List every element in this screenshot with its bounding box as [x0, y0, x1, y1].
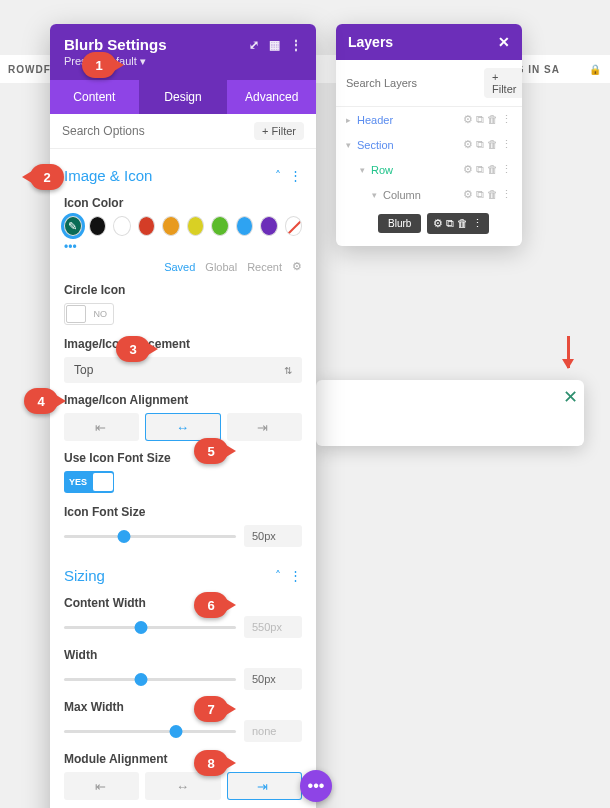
color-swatch[interactable] [113, 216, 131, 236]
callout-2: 2 [30, 164, 64, 190]
align-right-button[interactable] [227, 413, 302, 441]
slider-track[interactable] [64, 678, 236, 681]
expand-icon[interactable]: ⤢ [249, 38, 259, 52]
floating-popup: ✕ [316, 380, 584, 446]
color-swatch[interactable] [211, 216, 229, 236]
icon-color-label: Icon Color [64, 196, 302, 210]
fab-more-button[interactable]: ••• [300, 770, 332, 802]
layer-action-icons[interactable]: ⚙ ⧉ 🗑 ⋮ [463, 138, 512, 151]
color-swatch-none[interactable] [285, 216, 303, 236]
layer-label: Row [371, 164, 393, 176]
layers-panel: Layers ✕ + Filter ▸ Header ⚙ ⧉ 🗑 ⋮ ▾ Sec… [336, 24, 522, 246]
use-icon-font-size-toggle[interactable]: YES [64, 471, 114, 493]
tab-advanced[interactable]: Advanced [227, 80, 316, 114]
toggle-text: NO [94, 309, 108, 319]
section-image-icon[interactable]: Image & Icon ˄ ⋮ [64, 167, 302, 184]
kebab-icon[interactable]: ⋮ [289, 568, 302, 583]
align-right-icon [257, 420, 271, 435]
blurb-settings-panel: Blurb Settings ⤢ ▦ ⋮ Preset: Default ▾ C… [50, 24, 316, 808]
content-width-value[interactable]: 550px [244, 616, 302, 638]
align-center-button[interactable] [145, 772, 220, 800]
align-left-button[interactable] [64, 772, 139, 800]
max-width-slider: none [64, 720, 302, 742]
section-title-text: Sizing [64, 567, 105, 584]
slider-thumb[interactable] [169, 725, 182, 738]
align-left-icon [95, 779, 109, 794]
close-icon[interactable]: ✕ [563, 386, 578, 408]
gear-icon[interactable]: ⚙ [292, 260, 302, 273]
width-label: Width [64, 648, 302, 662]
color-swatch[interactable] [64, 216, 82, 236]
color-swatch[interactable] [236, 216, 254, 236]
align-right-icon [257, 779, 271, 794]
chevron-down-icon: ▾ [346, 140, 351, 150]
color-swatch[interactable] [162, 216, 180, 236]
slider-thumb[interactable] [118, 530, 131, 543]
grid-icon[interactable]: ▦ [269, 38, 280, 52]
color-swatch[interactable] [138, 216, 156, 236]
width-slider: 50px [64, 668, 302, 690]
slider-thumb[interactable] [135, 621, 148, 634]
callout-8: 8 [194, 750, 228, 776]
layer-row-header[interactable]: ▸ Header ⚙ ⧉ 🗑 ⋮ [336, 107, 522, 132]
align-left-button[interactable] [64, 413, 139, 441]
settings-title-text: Blurb Settings [64, 36, 167, 53]
chevron-down-icon: ▾ [360, 165, 365, 175]
updown-icon: ⇅ [284, 365, 292, 376]
recent-link[interactable]: Recent [247, 261, 282, 273]
layer-action-icons[interactable]: ⚙ ⧉ 🗑 ⋮ [463, 188, 512, 201]
circle-icon-toggle[interactable]: NO [64, 303, 114, 325]
color-swatch[interactable] [260, 216, 278, 236]
layer-row-section[interactable]: ▾ Section ⚙ ⧉ 🗑 ⋮ [336, 132, 522, 157]
tab-content[interactable]: Content [50, 80, 139, 114]
arrow-annotation [567, 336, 570, 368]
layer-action-icons[interactable]: ⚙ ⧉ 🗑 ⋮ [463, 113, 512, 126]
align-left-icon [95, 420, 109, 435]
settings-tabs: Content Design Advanced [50, 80, 316, 114]
max-width-value[interactable]: none [244, 720, 302, 742]
layers-search-input[interactable] [346, 77, 484, 89]
slider-track[interactable] [64, 535, 236, 538]
tab-design[interactable]: Design [139, 80, 228, 114]
module-alignment-group [64, 772, 302, 800]
toggle-text: YES [69, 477, 87, 487]
placement-select[interactable]: Top ⇅ [64, 357, 302, 383]
layer-row-blurb[interactable]: Blurb ⚙ ⧉ 🗑 ⋮ [378, 213, 522, 234]
saved-link[interactable]: Saved [164, 261, 195, 273]
align-center-icon [176, 779, 190, 794]
section-sizing[interactable]: Sizing ˄ ⋮ [64, 567, 302, 584]
global-link[interactable]: Global [205, 261, 237, 273]
color-swatch[interactable] [89, 216, 107, 236]
callout-1: 1 [82, 52, 116, 78]
align-center-icon [176, 420, 190, 435]
icon-font-size-slider: 50px [64, 525, 302, 547]
layers-title: Layers [348, 34, 393, 50]
icon-font-size-label: Icon Font Size [64, 505, 302, 519]
lock-icon: 🔒 [589, 64, 602, 75]
settings-filter-button[interactable]: + Filter [254, 122, 304, 140]
max-width-label: Max Width [64, 700, 302, 714]
color-swatch[interactable] [187, 216, 205, 236]
chevron-down-icon: ▾ [372, 190, 377, 200]
layer-row-row[interactable]: ▾ Row ⚙ ⧉ 🗑 ⋮ [336, 157, 522, 182]
slider-thumb[interactable] [135, 673, 148, 686]
kebab-icon[interactable]: ⋮ [290, 38, 302, 52]
layer-action-icons[interactable]: ⚙ ⧉ 🗑 ⋮ [463, 163, 512, 176]
width-value[interactable]: 50px [244, 668, 302, 690]
callout-4: 4 [24, 388, 58, 414]
layers-filter-button[interactable]: + Filter [484, 68, 522, 98]
layer-action-icons[interactable]: ⚙ ⧉ 🗑 ⋮ [427, 213, 488, 234]
slider-track[interactable] [64, 730, 236, 733]
callout-7: 7 [194, 696, 228, 722]
content-width-label: Content Width [64, 596, 302, 610]
layer-row-column[interactable]: ▾ Column ⚙ ⧉ 🗑 ⋮ [336, 182, 522, 207]
align-center-button[interactable] [145, 413, 220, 441]
icon-font-size-value[interactable]: 50px [244, 525, 302, 547]
swatch-sublinks: Saved Global Recent ⚙ [64, 260, 302, 273]
slider-track[interactable] [64, 626, 236, 629]
kebab-icon[interactable]: ⋮ [289, 168, 302, 183]
settings-search-input[interactable] [62, 114, 254, 148]
more-swatches-icon[interactable]: ••• [64, 240, 302, 254]
close-icon[interactable]: ✕ [498, 34, 510, 50]
align-right-button[interactable] [227, 772, 302, 800]
